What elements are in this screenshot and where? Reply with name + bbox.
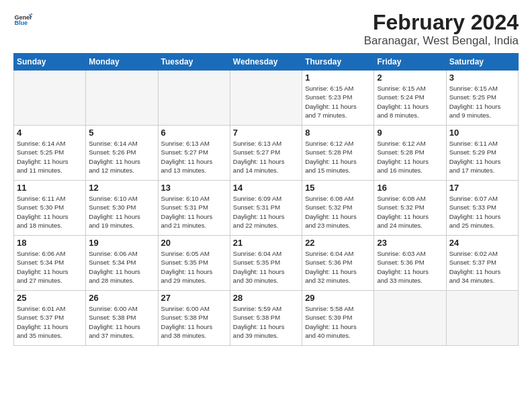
- day-info: Sunrise: 6:11 AM Sunset: 5:30 PM Dayligh…: [17, 194, 83, 230]
- table-row: 22Sunrise: 6:04 AM Sunset: 5:36 PM Dayli…: [302, 236, 374, 291]
- day-number: 28: [233, 293, 299, 303]
- table-row: 13Sunrise: 6:10 AM Sunset: 5:31 PM Dayli…: [158, 181, 230, 236]
- calendar-week-row: 18Sunrise: 6:06 AM Sunset: 5:34 PM Dayli…: [14, 236, 519, 291]
- day-info: Sunrise: 6:14 AM Sunset: 5:26 PM Dayligh…: [89, 139, 154, 175]
- table-row: 19Sunrise: 6:06 AM Sunset: 5:34 PM Dayli…: [86, 236, 158, 291]
- day-info: Sunrise: 6:15 AM Sunset: 5:24 PM Dayligh…: [377, 84, 443, 120]
- calendar-week-row: 1Sunrise: 6:15 AM Sunset: 5:23 PM Daylig…: [14, 71, 519, 126]
- table-row: 2Sunrise: 6:15 AM Sunset: 5:24 PM Daylig…: [374, 71, 446, 126]
- day-number: 25: [17, 293, 83, 303]
- page: General Blue February 2024 Baranagar, We…: [0, 0, 532, 353]
- calendar-week-row: 25Sunrise: 6:01 AM Sunset: 5:37 PM Dayli…: [14, 291, 519, 346]
- table-row: [446, 291, 518, 346]
- day-info: Sunrise: 6:10 AM Sunset: 5:30 PM Dayligh…: [89, 194, 154, 230]
- day-number: 4: [17, 128, 83, 138]
- day-info: Sunrise: 5:59 AM Sunset: 5:38 PM Dayligh…: [233, 304, 299, 340]
- day-number: 18: [17, 238, 83, 248]
- table-row: 8Sunrise: 6:12 AM Sunset: 5:28 PM Daylig…: [302, 126, 374, 181]
- day-info: Sunrise: 6:05 AM Sunset: 5:35 PM Dayligh…: [161, 249, 227, 285]
- day-number: 9: [377, 128, 443, 138]
- table-row: 20Sunrise: 6:05 AM Sunset: 5:35 PM Dayli…: [158, 236, 230, 291]
- day-info: Sunrise: 6:12 AM Sunset: 5:28 PM Dayligh…: [377, 139, 443, 175]
- table-row: 15Sunrise: 6:08 AM Sunset: 5:32 PM Dayli…: [302, 181, 374, 236]
- col-thursday: Thursday: [302, 54, 374, 71]
- day-number: 27: [161, 293, 227, 303]
- table-row: 1Sunrise: 6:15 AM Sunset: 5:23 PM Daylig…: [302, 71, 374, 126]
- table-row: [158, 71, 230, 126]
- day-number: 12: [89, 183, 154, 193]
- table-row: [374, 291, 446, 346]
- calendar-body: 1Sunrise: 6:15 AM Sunset: 5:23 PM Daylig…: [14, 71, 519, 346]
- calendar: Sunday Monday Tuesday Wednesday Thursday…: [13, 53, 519, 346]
- day-number: 29: [305, 293, 371, 303]
- day-info: Sunrise: 5:58 AM Sunset: 5:39 PM Dayligh…: [305, 304, 371, 340]
- day-number: 21: [233, 238, 299, 248]
- table-row: [230, 71, 302, 126]
- day-info: Sunrise: 6:04 AM Sunset: 5:36 PM Dayligh…: [305, 249, 371, 285]
- col-monday: Monday: [86, 54, 158, 71]
- day-number: 16: [377, 183, 443, 193]
- table-row: 11Sunrise: 6:11 AM Sunset: 5:30 PM Dayli…: [14, 181, 86, 236]
- calendar-header-row: Sunday Monday Tuesday Wednesday Thursday…: [14, 54, 519, 71]
- day-number: 22: [305, 238, 371, 248]
- day-number: 1: [305, 73, 371, 83]
- table-row: 29Sunrise: 5:58 AM Sunset: 5:39 PM Dayli…: [302, 291, 374, 346]
- table-row: 7Sunrise: 6:13 AM Sunset: 5:27 PM Daylig…: [230, 126, 302, 181]
- table-row: 26Sunrise: 6:00 AM Sunset: 5:38 PM Dayli…: [86, 291, 158, 346]
- table-row: 27Sunrise: 6:00 AM Sunset: 5:38 PM Dayli…: [158, 291, 230, 346]
- day-number: 15: [305, 183, 371, 193]
- day-info: Sunrise: 6:08 AM Sunset: 5:32 PM Dayligh…: [305, 194, 371, 230]
- day-number: 2: [377, 73, 443, 83]
- day-info: Sunrise: 6:04 AM Sunset: 5:35 PM Dayligh…: [233, 249, 299, 285]
- day-info: Sunrise: 6:11 AM Sunset: 5:29 PM Dayligh…: [449, 139, 515, 175]
- day-info: Sunrise: 6:13 AM Sunset: 5:27 PM Dayligh…: [161, 139, 227, 175]
- col-tuesday: Tuesday: [158, 54, 230, 71]
- day-number: 14: [233, 183, 299, 193]
- col-friday: Friday: [374, 54, 446, 71]
- table-row: 17Sunrise: 6:07 AM Sunset: 5:33 PM Dayli…: [446, 181, 518, 236]
- table-row: 16Sunrise: 6:08 AM Sunset: 5:32 PM Dayli…: [374, 181, 446, 236]
- day-number: 6: [161, 128, 227, 138]
- day-number: 8: [305, 128, 371, 138]
- day-number: 3: [449, 73, 515, 83]
- svg-text:Blue: Blue: [14, 19, 28, 26]
- day-info: Sunrise: 6:15 AM Sunset: 5:23 PM Dayligh…: [305, 84, 371, 120]
- table-row: 5Sunrise: 6:14 AM Sunset: 5:26 PM Daylig…: [86, 126, 158, 181]
- table-row: 23Sunrise: 6:03 AM Sunset: 5:36 PM Dayli…: [374, 236, 446, 291]
- day-info: Sunrise: 6:06 AM Sunset: 5:34 PM Dayligh…: [17, 249, 83, 285]
- day-info: Sunrise: 6:00 AM Sunset: 5:38 PM Dayligh…: [89, 304, 154, 340]
- day-number: 7: [233, 128, 299, 138]
- day-number: 20: [161, 238, 227, 248]
- table-row: 24Sunrise: 6:02 AM Sunset: 5:37 PM Dayli…: [446, 236, 518, 291]
- day-number: 23: [377, 238, 443, 248]
- table-row: 28Sunrise: 5:59 AM Sunset: 5:38 PM Dayli…: [230, 291, 302, 346]
- table-row: [86, 71, 158, 126]
- day-number: 17: [449, 183, 515, 193]
- day-info: Sunrise: 6:02 AM Sunset: 5:37 PM Dayligh…: [449, 249, 515, 285]
- day-info: Sunrise: 6:08 AM Sunset: 5:32 PM Dayligh…: [377, 194, 443, 230]
- table-row: 14Sunrise: 6:09 AM Sunset: 5:31 PM Dayli…: [230, 181, 302, 236]
- logo: General Blue: [13, 11, 32, 30]
- day-number: 13: [161, 183, 227, 193]
- table-row: [14, 71, 86, 126]
- table-row: 10Sunrise: 6:11 AM Sunset: 5:29 PM Dayli…: [446, 126, 518, 181]
- main-title: February 2024: [364, 11, 519, 34]
- col-wednesday: Wednesday: [230, 54, 302, 71]
- day-info: Sunrise: 6:13 AM Sunset: 5:27 PM Dayligh…: [233, 139, 299, 175]
- table-row: 12Sunrise: 6:10 AM Sunset: 5:30 PM Dayli…: [86, 181, 158, 236]
- day-info: Sunrise: 6:03 AM Sunset: 5:36 PM Dayligh…: [377, 249, 443, 285]
- day-number: 24: [449, 238, 515, 248]
- sub-title: Baranagar, West Bengal, India: [364, 34, 519, 48]
- calendar-week-row: 4Sunrise: 6:14 AM Sunset: 5:25 PM Daylig…: [14, 126, 519, 181]
- day-number: 11: [17, 183, 83, 193]
- day-info: Sunrise: 6:07 AM Sunset: 5:33 PM Dayligh…: [449, 194, 515, 230]
- day-number: 5: [89, 128, 154, 138]
- day-info: Sunrise: 6:15 AM Sunset: 5:25 PM Dayligh…: [449, 84, 515, 120]
- day-info: Sunrise: 6:14 AM Sunset: 5:25 PM Dayligh…: [17, 139, 83, 175]
- day-number: 26: [89, 293, 154, 303]
- day-number: 10: [449, 128, 515, 138]
- table-row: 25Sunrise: 6:01 AM Sunset: 5:37 PM Dayli…: [14, 291, 86, 346]
- table-row: 9Sunrise: 6:12 AM Sunset: 5:28 PM Daylig…: [374, 126, 446, 181]
- day-info: Sunrise: 6:06 AM Sunset: 5:34 PM Dayligh…: [89, 249, 154, 285]
- logo-icon: General Blue: [13, 11, 32, 30]
